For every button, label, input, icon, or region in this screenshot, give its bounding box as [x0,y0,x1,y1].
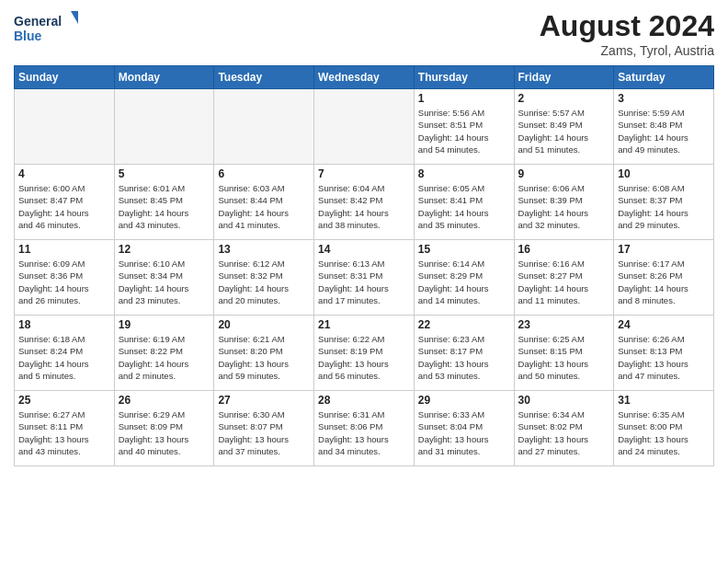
day-info: Sunrise: 6:13 AM Sunset: 8:31 PM Dayligh… [318,258,410,306]
day-info: Sunrise: 6:14 AM Sunset: 8:29 PM Dayligh… [418,258,510,306]
day-number: 1 [418,92,510,105]
day-number: 16 [518,243,610,256]
day-info: Sunrise: 6:34 AM Sunset: 8:02 PM Dayligh… [518,408,610,457]
day-info: Sunrise: 6:26 AM Sunset: 8:13 PM Dayligh… [618,333,710,382]
day-cell: 16Sunrise: 6:16 AM Sunset: 8:27 PM Dayli… [514,240,614,316]
day-number: 20 [218,318,310,331]
day-cell: 6Sunrise: 6:03 AM Sunset: 8:44 PM Daylig… [214,165,314,240]
day-cell [114,89,214,165]
svg-text:Blue: Blue [14,29,42,43]
day-cell: 10Sunrise: 6:08 AM Sunset: 8:37 PM Dayli… [614,165,714,240]
day-info: Sunrise: 6:30 AM Sunset: 8:07 PM Dayligh… [218,408,310,457]
day-cell: 11Sunrise: 6:09 AM Sunset: 8:36 PM Dayli… [15,240,115,316]
day-number: 12 [119,243,210,256]
day-info: Sunrise: 5:59 AM Sunset: 8:48 PM Dayligh… [618,107,710,155]
day-number: 7 [318,167,410,180]
day-number: 21 [318,318,410,331]
day-number: 2 [518,92,610,105]
day-info: Sunrise: 6:00 AM Sunset: 8:47 PM Dayligh… [18,182,110,231]
day-info: Sunrise: 6:27 AM Sunset: 8:11 PM Dayligh… [18,408,110,457]
day-cell: 28Sunrise: 6:31 AM Sunset: 8:06 PM Dayli… [314,391,415,466]
calendar-body: 1Sunrise: 5:56 AM Sunset: 8:51 PM Daylig… [15,89,714,466]
day-number: 19 [119,318,210,331]
day-cell: 27Sunrise: 6:30 AM Sunset: 8:07 PM Dayli… [214,391,314,466]
header: General Blue August 2024 Zams, Tyrol, Au… [14,9,714,58]
day-cell: 23Sunrise: 6:25 AM Sunset: 8:15 PM Dayli… [514,316,614,391]
day-number: 5 [119,167,210,180]
col-monday: Monday [114,66,214,89]
day-cell: 15Sunrise: 6:14 AM Sunset: 8:29 PM Dayli… [414,240,514,316]
week-row-4: 25Sunrise: 6:27 AM Sunset: 8:11 PM Dayli… [15,391,714,466]
day-number: 25 [18,394,110,407]
logo-svg: General Blue [14,9,78,46]
col-wednesday: Wednesday [314,66,415,89]
day-info: Sunrise: 6:19 AM Sunset: 8:22 PM Dayligh… [119,333,210,382]
day-info: Sunrise: 6:17 AM Sunset: 8:26 PM Dayligh… [618,258,710,306]
day-cell: 1Sunrise: 5:56 AM Sunset: 8:51 PM Daylig… [414,89,514,165]
day-cell: 29Sunrise: 6:33 AM Sunset: 8:04 PM Dayli… [414,391,514,466]
day-number: 26 [119,394,210,407]
day-info: Sunrise: 6:09 AM Sunset: 8:36 PM Dayligh… [18,258,110,306]
day-info: Sunrise: 6:06 AM Sunset: 8:39 PM Dayligh… [518,182,610,231]
col-sunday: Sunday [15,66,115,89]
day-number: 18 [18,318,110,331]
day-number: 10 [618,167,710,180]
day-cell: 19Sunrise: 6:19 AM Sunset: 8:22 PM Dayli… [114,316,214,391]
day-cell: 13Sunrise: 6:12 AM Sunset: 8:32 PM Dayli… [214,240,314,316]
day-cell: 14Sunrise: 6:13 AM Sunset: 8:31 PM Dayli… [314,240,415,316]
title-block: August 2024 Zams, Tyrol, Austria [540,9,714,58]
day-info: Sunrise: 6:31 AM Sunset: 8:06 PM Dayligh… [318,408,410,457]
day-info: Sunrise: 6:04 AM Sunset: 8:42 PM Dayligh… [318,182,410,231]
week-row-3: 18Sunrise: 6:18 AM Sunset: 8:24 PM Dayli… [15,316,714,391]
day-info: Sunrise: 6:23 AM Sunset: 8:17 PM Dayligh… [418,333,510,382]
day-cell: 18Sunrise: 6:18 AM Sunset: 8:24 PM Dayli… [15,316,115,391]
week-row-0: 1Sunrise: 5:56 AM Sunset: 8:51 PM Daylig… [15,89,714,165]
day-cell: 30Sunrise: 6:34 AM Sunset: 8:02 PM Dayli… [514,391,614,466]
day-cell: 26Sunrise: 6:29 AM Sunset: 8:09 PM Dayli… [114,391,214,466]
day-info: Sunrise: 6:10 AM Sunset: 8:34 PM Dayligh… [119,258,210,306]
day-info: Sunrise: 6:18 AM Sunset: 8:24 PM Dayligh… [18,333,110,382]
calendar: Sunday Monday Tuesday Wednesday Thursday… [14,65,714,466]
day-cell: 5Sunrise: 6:01 AM Sunset: 8:45 PM Daylig… [114,165,214,240]
day-info: Sunrise: 6:03 AM Sunset: 8:44 PM Dayligh… [218,182,310,231]
week-row-2: 11Sunrise: 6:09 AM Sunset: 8:36 PM Dayli… [15,240,714,316]
day-cell: 25Sunrise: 6:27 AM Sunset: 8:11 PM Dayli… [15,391,115,466]
day-cell [15,89,115,165]
day-info: Sunrise: 6:29 AM Sunset: 8:09 PM Dayligh… [119,408,210,457]
day-info: Sunrise: 6:25 AM Sunset: 8:15 PM Dayligh… [518,333,610,382]
col-saturday: Saturday [614,66,714,89]
day-number: 23 [518,318,610,331]
day-number: 14 [318,243,410,256]
logo: General Blue [14,9,78,46]
col-friday: Friday [514,66,614,89]
day-number: 13 [218,243,310,256]
day-number: 27 [218,394,310,407]
page: General Blue August 2024 Zams, Tyrol, Au… [0,0,728,563]
day-number: 29 [418,394,510,407]
day-cell: 8Sunrise: 6:05 AM Sunset: 8:41 PM Daylig… [414,165,514,240]
day-number: 9 [518,167,610,180]
day-cell: 20Sunrise: 6:21 AM Sunset: 8:20 PM Dayli… [214,316,314,391]
week-row-1: 4Sunrise: 6:00 AM Sunset: 8:47 PM Daylig… [15,165,714,240]
day-info: Sunrise: 6:01 AM Sunset: 8:45 PM Dayligh… [119,182,210,231]
day-info: Sunrise: 5:57 AM Sunset: 8:49 PM Dayligh… [518,107,610,155]
day-cell: 2Sunrise: 5:57 AM Sunset: 8:49 PM Daylig… [514,89,614,165]
day-number: 6 [218,167,310,180]
svg-marker-2 [71,11,78,24]
day-info: Sunrise: 6:33 AM Sunset: 8:04 PM Dayligh… [418,408,510,457]
day-cell: 31Sunrise: 6:35 AM Sunset: 8:00 PM Dayli… [614,391,714,466]
day-info: Sunrise: 6:35 AM Sunset: 8:00 PM Dayligh… [618,408,710,457]
col-thursday: Thursday [414,66,514,89]
day-info: Sunrise: 6:16 AM Sunset: 8:27 PM Dayligh… [518,258,610,306]
month-title: August 2024 [540,9,714,43]
day-cell: 24Sunrise: 6:26 AM Sunset: 8:13 PM Dayli… [614,316,714,391]
day-cell: 9Sunrise: 6:06 AM Sunset: 8:39 PM Daylig… [514,165,614,240]
col-tuesday: Tuesday [214,66,314,89]
day-number: 30 [518,394,610,407]
day-number: 3 [618,92,710,105]
day-info: Sunrise: 6:22 AM Sunset: 8:19 PM Dayligh… [318,333,410,382]
day-cell [314,89,415,165]
day-number: 11 [18,243,110,256]
day-cell: 12Sunrise: 6:10 AM Sunset: 8:34 PM Dayli… [114,240,214,316]
day-cell: 4Sunrise: 6:00 AM Sunset: 8:47 PM Daylig… [15,165,115,240]
